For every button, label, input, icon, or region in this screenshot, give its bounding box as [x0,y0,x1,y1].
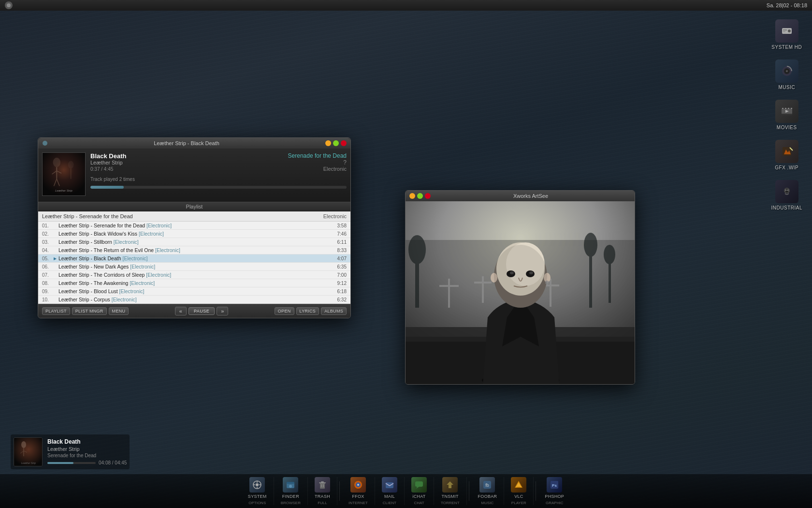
ffox-dock-icon [350,477,366,493]
prev-button[interactable]: « [175,307,187,315]
plist-mngr-button[interactable]: PLIST MNGR [72,307,107,315]
svg-rect-14 [791,108,792,109]
track-number: 09. [42,289,54,294]
track-duration: 3:58 [337,223,347,228]
artsee-close-button[interactable] [425,193,431,199]
albums-button[interactable]: ALBUMS [321,307,347,315]
track-duration: 9:12 [337,281,347,286]
sidebar-item-music[interactable]: MUSIC [771,60,802,90]
playlist-item[interactable]: 08.Leæther Strip - The Awakening [Electr… [38,279,350,287]
track-number: 10. [42,297,54,302]
player-controls: PLAYLIST PLIST MNGR MENU « PAUSE » OPEN … [38,304,350,318]
svg-point-63 [21,441,26,448]
track-title: Leæther Strip - The Return of the Evil O… [58,247,334,253]
dock-item-vlc[interactable]: VLC PLAYER [504,477,534,505]
playlist-item[interactable]: 03.Leæther Strip - Stillborn [Electronic… [38,238,350,246]
player-track-info: Black Death Leæther Strip 0:37 / 4:45 Se… [90,152,347,198]
foobar-dock-sublabel: MUSIC [481,501,494,505]
svg-point-2 [788,30,791,32]
sidebar-item-system-hd[interactable]: SYSTEM HD [771,19,802,50]
next-button[interactable]: » [217,307,228,315]
playlist-item[interactable]: 02.Leæther Strip - Black Widow's Kiss [E… [38,230,350,238]
minimize-button[interactable] [325,140,331,146]
lyrics-button[interactable]: LYRICS [296,307,319,315]
playlist-item[interactable]: 05.▶Leæther Strip - Black Death [Electro… [38,254,350,263]
trash-dock-icon [315,477,330,493]
mini-player: Leæther Strip Black Death Leæther Strip … [11,434,130,469]
playlist-item[interactable]: 10.Leæther Strip - Corpus [Electronic]6:… [38,296,350,304]
svg-point-20 [785,190,786,191]
movies-label: MOVIES [777,125,797,130]
finder-dock-sublabel: BROWSER [281,501,301,505]
svg-rect-93 [517,487,520,488]
datetime-label: Sa. 28|02 - 08:18 [767,2,807,8]
playlist-item[interactable]: 04.Leæther Strip - The Return of the Evi… [38,246,350,254]
sidebar-item-industrial[interactable]: INDUSTRIAL [771,180,802,210]
artsee-minimize-button[interactable] [409,193,415,199]
track-duration: 6:18 [337,289,347,294]
playlist-button[interactable]: PLAYLIST [42,307,70,315]
mini-progress-container: 04:08 / 04:45 [47,460,127,465]
mini-album-name: Serenade for the Dead [47,453,127,458]
track-duration: 6:32 [337,297,347,302]
sidebar-item-movies[interactable]: MOVIES [771,100,802,130]
ffox-dock-label: FFOX [352,494,364,499]
movies-icon [775,100,798,123]
sidebar-item-gfx[interactable]: GFX .WIP [771,140,802,170]
player-track-name: Serenade for the Dead [288,152,347,159]
dock-item-phshop[interactable]: Ps PHSHOP GRAPHIC [538,477,571,505]
artsee-maximize-button[interactable] [417,193,423,199]
track-title: Leæther Strip - New Dark Ages [Electroni… [58,264,334,269]
track-duration: 8:33 [337,248,347,253]
right-sidebar: SYSTEM HD MUSIC [771,19,802,210]
svg-point-7 [786,70,788,72]
system-hd-icon [775,19,798,43]
track-number: 04. [42,248,54,253]
track-number: 02. [42,231,54,237]
player-genre: Electronic [288,166,347,172]
player-play-count: Track played 2 times [90,177,347,182]
svg-rect-77 [320,483,325,489]
open-button[interactable]: OPEN [275,307,294,315]
industrial-icon [775,180,798,203]
dock-item-mail[interactable]: MAIL CLIENT [375,477,405,505]
playlist-item[interactable]: 07.Leæther Strip - The Corridors of Slee… [38,271,350,279]
player-info-area: Leæther Strip Black Death Leæther Strip … [38,149,350,202]
dock-item-finder[interactable]: FINDER BROWSER [274,477,308,505]
playlist-item[interactable]: 01.Leæther Strip - Serenade for the Dead… [38,222,350,230]
svg-rect-75 [287,482,294,484]
ffox-dock-sublabel: INTERNET [348,501,368,505]
pause-button[interactable]: PAUSE [188,307,215,315]
vlc-dock-icon [511,477,526,493]
playlist-label: Playlist [38,202,350,211]
track-number: 03. [42,239,54,245]
track-play-indicator: ▶ [54,256,58,261]
track-title: Leæther Strip - Corpus [Electronic] [58,297,334,302]
playlist-item[interactable]: 09.Leæther Strip - Blood Lust [Electroni… [38,287,350,296]
playlist-item[interactable]: 06.Leæther Strip - New Dark Ages [Electr… [38,263,350,271]
time-total: 4:45 [104,166,113,172]
playlist-scroll[interactable]: 01.Leæther Strip - Serenade for the Dead… [38,222,350,304]
playlist-genre: Electronic [323,213,347,219]
track-title: Leæther Strip - Black Death [Electronic] [58,255,334,261]
dock-item-ffox[interactable]: FFOX INTERNET [342,477,375,505]
mini-artist: Leæther Strip [47,446,127,452]
svg-text:Leæther Strip: Leæther Strip [21,462,36,464]
close-button[interactable] [341,140,347,146]
trash-dock-label: TRASH [315,494,330,499]
dock-item-trash[interactable]: TRASH FULL [308,477,337,505]
ichat-dock-label: iCHAT [412,494,425,499]
svg-rect-85 [386,482,393,488]
dock-item-tnsmit[interactable]: TNSMIT TORRENT [434,477,467,505]
menu-button[interactable]: MENU [109,307,129,315]
mini-album-svg: Leæther Strip [14,438,43,466]
maximize-button[interactable] [333,140,339,146]
track-title: Leæther Strip - Serenade for the Dead [E… [58,223,334,228]
finder-dock-icon [283,477,298,493]
player-album-title: Black Death [90,152,126,160]
dock-item-ichat[interactable]: iCHAT CHAT [405,477,434,505]
mini-progress-bar[interactable] [47,462,96,464]
player-progress-bar[interactable] [90,186,347,189]
dock-item-foobar[interactable]: fb FOOBAR MUSIC [471,477,505,505]
dock-item-system[interactable]: SYSTEM OPTIONS [241,477,274,505]
